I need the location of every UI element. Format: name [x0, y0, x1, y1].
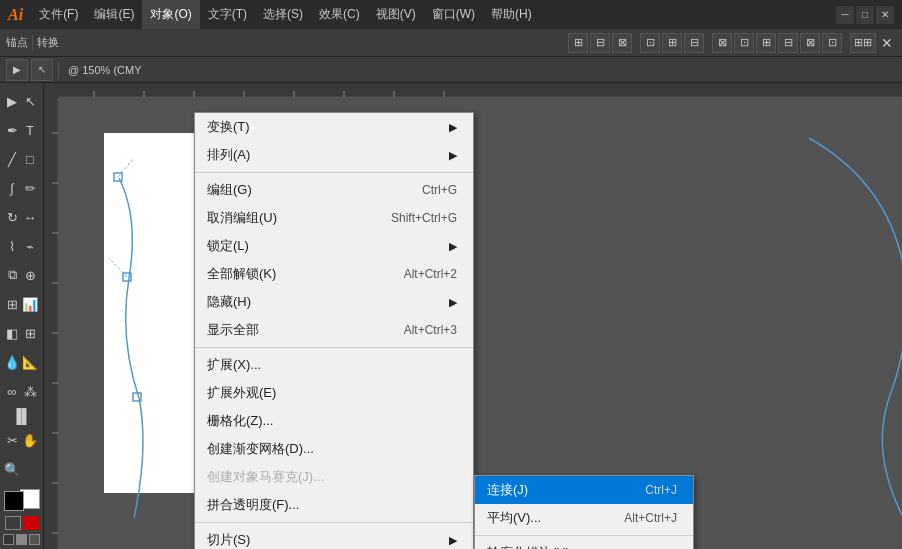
menu-slice[interactable]: 切片(S) ▶	[195, 526, 473, 549]
menu-lock[interactable]: 锁定(L) ▶	[195, 232, 473, 260]
menu-object-mosaic[interactable]: 创建对象马赛克(J)...	[195, 463, 473, 491]
shortcut-unlock: Alt+Ctrl+2	[404, 267, 457, 281]
arrow-transform: ▶	[449, 121, 457, 134]
tool-width[interactable]: ⌁	[22, 232, 39, 260]
tool-rect[interactable]: □	[22, 145, 39, 173]
tool-group-transform: ↻ ↔	[4, 203, 40, 231]
submenu-average[interactable]: 平均(V)... Alt+Ctrl+J	[475, 504, 693, 532]
distribute-top-icon[interactable]: ⊟	[778, 33, 798, 53]
menu-edit[interactable]: 编辑(E)	[86, 0, 142, 29]
screen-normal-icon[interactable]	[3, 534, 14, 545]
toolbar-1: 锚点 转换 ⊞ ⊟ ⊠ ⊡ ⊞ ⊟ ⊠ ⊡ ⊞ ⊟ ⊠ ⊡ ⊞⊞ ✕	[0, 29, 902, 57]
align-top-icon[interactable]: ⊡	[640, 33, 660, 53]
tool-zoom[interactable]: 🔍	[4, 456, 21, 484]
arrow-slice: ▶	[449, 534, 457, 547]
menu-group[interactable]: 编组(G) Ctrl+G	[195, 176, 473, 204]
distribute-right-icon[interactable]: ⊞	[756, 33, 776, 53]
transform-label: 转换	[37, 35, 59, 50]
shortcut-join: Ctrl+J	[645, 483, 677, 497]
spacer3	[844, 33, 848, 53]
tool-warp[interactable]: ⌇	[4, 232, 21, 260]
shortcut-average: Alt+Ctrl+J	[624, 511, 677, 525]
menu-flatten[interactable]: 拼合透明度(F)...	[195, 491, 473, 519]
menu-arrange[interactable]: 排列(A) ▶	[195, 141, 473, 169]
title-bar: Ai 文件(F) 编辑(E) 对象(O) 文字(T) 选择(S) 效果(C) 视…	[0, 0, 902, 29]
close-button[interactable]: ✕	[876, 6, 894, 24]
submenu-join[interactable]: 连接(J) Ctrl+J	[475, 476, 693, 504]
menu-text[interactable]: 文字(T)	[200, 0, 255, 29]
shortcut-group: Ctrl+G	[422, 183, 457, 197]
menu-object[interactable]: 对象(O)	[142, 0, 199, 29]
tool-slice[interactable]: ✂	[4, 427, 21, 455]
arrow-hide: ▶	[449, 296, 457, 309]
menu-help[interactable]: 帮助(H)	[483, 0, 540, 29]
menu-expand[interactable]: 扩展(X)...	[195, 351, 473, 379]
tool-column-graph[interactable]: ▐▌	[4, 406, 40, 426]
tool-group-graph: ⊞ 📊	[4, 290, 40, 318]
tool-type[interactable]: T	[22, 116, 39, 144]
distribute-center-h-icon[interactable]: ⊡	[734, 33, 754, 53]
align-center-h-icon[interactable]: ⊟	[590, 33, 610, 53]
align-left-icon[interactable]: ⊞	[568, 33, 588, 53]
app-logo: Ai	[8, 6, 23, 24]
menu-select[interactable]: 选择(S)	[255, 0, 311, 29]
maximize-button[interactable]: □	[856, 6, 874, 24]
tool-paintbrush[interactable]: ∫	[4, 174, 21, 202]
normal-mode-icon[interactable]	[5, 516, 21, 530]
tool-line[interactable]: ╱	[4, 145, 21, 173]
tool-eyedropper[interactable]: 💧	[4, 348, 21, 376]
tool-mesh[interactable]: ⊞	[22, 319, 39, 347]
tool-group-sample: 💧 📐	[4, 348, 40, 376]
minimize-button[interactable]: ─	[836, 6, 854, 24]
align-right-icon[interactable]: ⊠	[612, 33, 632, 53]
menu-transform[interactable]: 变换(T) ▶	[195, 113, 473, 141]
submenu-outline-stroke[interactable]: 轮廓化描边(U)	[475, 539, 693, 549]
distribute-bottom-icon[interactable]: ⊡	[822, 33, 842, 53]
distribute-center-v-icon[interactable]: ⊠	[800, 33, 820, 53]
menu-expand-appearance[interactable]: 扩展外观(E)	[195, 379, 473, 407]
tool-hand[interactable]: ✋	[22, 427, 39, 455]
tool-pencil[interactable]: ✏	[22, 174, 39, 202]
tool-free-transform[interactable]: ⧉	[4, 261, 21, 289]
menu-file[interactable]: 文件(F)	[31, 0, 86, 29]
tool-shapebuilder[interactable]: ⊕	[22, 261, 39, 289]
distribute-left-icon[interactable]: ⊠	[712, 33, 732, 53]
menu-hide[interactable]: 隐藏(H) ▶	[195, 288, 473, 316]
tool-group-pen: ✒ T	[4, 116, 40, 144]
tool-measure[interactable]: 📐	[22, 348, 39, 376]
menu-unlock-all[interactable]: 全部解锁(K) Alt+Ctrl+2	[195, 260, 473, 288]
menu-window[interactable]: 窗口(W)	[424, 0, 483, 29]
canvas-area: 变换(T) ▶ 排列(A) ▶ 编组(G) Ctrl+G 取消编组(U) S	[44, 83, 902, 549]
tool-artboard[interactable]: ⊞	[4, 290, 21, 318]
screen-fullnomenu-icon[interactable]	[29, 534, 40, 545]
tool-graph[interactable]: 📊	[22, 290, 39, 318]
shortcut-showall: Alt+Ctrl+3	[404, 323, 457, 337]
grid-view-icon[interactable]: ⊞⊞	[850, 33, 876, 53]
menu-rasterize[interactable]: 栅格化(Z)...	[195, 407, 473, 435]
tool-symbol[interactable]: ⁂	[22, 377, 39, 405]
mask-mode-icon[interactable]	[23, 516, 39, 530]
menu-effect[interactable]: 效果(C)	[311, 0, 368, 29]
screen-full-icon[interactable]	[16, 534, 27, 545]
menu-show-all[interactable]: 显示全部 Alt+Ctrl+3	[195, 316, 473, 344]
menu-bar: 文件(F) 编辑(E) 对象(O) 文字(T) 选择(S) 效果(C) 视图(V…	[31, 0, 540, 29]
toolbox: ▶ ↖ ✒ T ╱ □ ∫ ✏ ↻ ↔ ⌇ ⌁ ⧉ ⊕	[0, 83, 44, 549]
tool-pen[interactable]: ✒	[4, 116, 21, 144]
close-panel-icon[interactable]: ✕	[878, 33, 896, 53]
tool-direct-select[interactable]: ↖	[22, 87, 39, 115]
tool-gradient[interactable]: ◧	[4, 319, 21, 347]
background-swatch[interactable]	[4, 491, 24, 511]
spacer	[634, 33, 638, 53]
align-center-v-icon[interactable]: ⊞	[662, 33, 682, 53]
menu-ungroup[interactable]: 取消编组(U) Shift+Ctrl+G	[195, 204, 473, 232]
menu-view[interactable]: 视图(V)	[368, 0, 424, 29]
tool-rotate[interactable]: ↻	[4, 203, 21, 231]
tool-select[interactable]: ▶	[4, 87, 21, 115]
menu-gradient-mesh[interactable]: 创建渐变网格(D)...	[195, 435, 473, 463]
tool-reflect[interactable]: ↔	[22, 203, 39, 231]
tool-blend[interactable]: ∞	[4, 377, 21, 405]
tool-select-btn[interactable]: ▶	[6, 59, 28, 81]
tool-direct-select-btn[interactable]: ↖	[31, 59, 53, 81]
align-bottom-icon[interactable]: ⊟	[684, 33, 704, 53]
ruler-vertical	[44, 83, 59, 549]
